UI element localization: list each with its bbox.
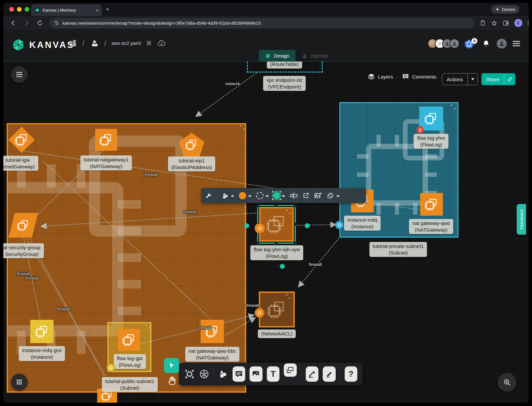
maximize-window-button[interactable] [25, 7, 29, 12]
pan-tool-button[interactable] [165, 374, 178, 387]
kanvas-logo-icon[interactable] [12, 39, 25, 51]
kubernetes-tool-icon[interactable] [199, 368, 209, 380]
apps-grid-button[interactable] [11, 374, 28, 390]
resize-handle-icon[interactable] [286, 295, 290, 299]
selection-handle[interactable] [256, 242, 259, 245]
resize-handle-icon[interactable] [146, 324, 150, 328]
selection-handle[interactable] [294, 242, 297, 245]
node-label-instance-mdq[interactable]: instance-mdq(Instance) [344, 216, 381, 231]
selection-dot[interactable] [305, 223, 310, 228]
note-tool-button[interactable] [284, 363, 297, 377]
selection-handle[interactable] [256, 204, 259, 207]
draw-tool-button[interactable] [323, 366, 336, 382]
resize-handle-icon[interactable] [240, 125, 244, 129]
comments-button[interactable]: Comments [402, 73, 437, 80]
node-nat-gateway1[interactable] [95, 129, 117, 151]
node-label-natgateway1[interactable]: tutorial-natgateway1(NATGateway) [80, 155, 132, 170]
browser-profile-avatar[interactable]: C [514, 19, 522, 27]
edge-connector-handle[interactable] [255, 308, 265, 318]
border-style-button[interactable] [256, 192, 269, 199]
shapes-tool-button[interactable] [222, 192, 234, 199]
node-label-natgateway-qwo[interactable]: nat gateway-qwo(NATGateway) [409, 219, 453, 234]
group-style-button[interactable] [326, 192, 340, 199]
node-label-igw[interactable]: tutorial-igwternetGateway) [3, 156, 38, 171]
selection-handle[interactable] [294, 223, 297, 226]
resize-handle-icon[interactable] [451, 105, 455, 109]
open-external-icon[interactable] [302, 192, 309, 199]
feedback-tab[interactable]: Feedback [517, 204, 526, 235]
site-settings-icon[interactable] [54, 20, 59, 26]
wrench-icon[interactable] [205, 192, 212, 199]
annotate-tool-button[interactable] [306, 366, 319, 382]
forward-icon[interactable] [23, 20, 30, 26]
node-nat-gateway-qwo[interactable] [420, 193, 443, 216]
tab-close-icon[interactable]: × [96, 8, 98, 13]
node-flowlog-yhm[interactable] [419, 106, 443, 130]
node-label-eip1[interactable]: tutorial-eip1(ElasticIPAddress) [168, 156, 215, 171]
actions-dropdown-button[interactable] [467, 74, 477, 85]
node-label-security-group[interactable]: al-security-groupSecurityGroup) [3, 243, 44, 258]
shortcuts-icon[interactable]: ⌘ [146, 40, 152, 47]
layers-button[interactable]: Layers [368, 73, 393, 80]
fill-color-button[interactable] [239, 192, 252, 199]
node-label-flowlog-yhm[interactable]: flow log-yhm(FlowLog) [414, 134, 448, 149]
design-file-name[interactable]: aws ec2.yaml [111, 41, 141, 46]
back-icon[interactable] [10, 20, 17, 26]
edge-connector-handle[interactable] [255, 223, 265, 234]
url-bar[interactable]: kanvas.new/extension/meshmap?mode=design… [49, 18, 474, 28]
resize-handle-icon[interactable] [286, 210, 290, 214]
node-label-flowlog-kjh[interactable]: flow log-yhm-kjh-xyw(FlowLog) [250, 245, 303, 260]
zoom-button[interactable] [498, 373, 516, 392]
bookmark-star-icon[interactable] [491, 20, 497, 26]
collaborator-avatar[interactable] [449, 39, 459, 49]
node-flowlog-gpt[interactable] [118, 329, 140, 351]
node-label-instance-gnx[interactable]: instance-mdq-gnx(Instance) [19, 346, 65, 361]
image-tool-button[interactable] [250, 366, 263, 382]
minimize-window-button[interactable] [17, 7, 22, 12]
selection-handle[interactable] [294, 204, 297, 207]
select-tool-button[interactable] [164, 358, 179, 373]
edge-connector-handle[interactable] [335, 221, 344, 229]
tab-operate[interactable]: Operate [295, 50, 334, 62]
node-label-private-subnet[interactable]: tutorial-private-subnet1(Subnet) [369, 242, 427, 257]
node-label-vpc-endpoint[interactable]: vpc endpoint-slz(VPCEndpoint) [263, 76, 306, 91]
environment-button[interactable]: 0 [464, 38, 477, 49]
actions-button[interactable]: Actions [442, 73, 478, 85]
node-label-natgateway-bbc[interactable]: nat gateway-qwo-bbc(NATGateway) [185, 347, 240, 362]
share-button[interactable]: Share [481, 73, 515, 85]
workspace-shapes-icon[interactable] [90, 39, 99, 48]
node-instance-gnx[interactable] [30, 320, 54, 343]
selection-style-button[interactable] [273, 192, 285, 199]
comment-tool-button[interactable] [233, 366, 246, 382]
edge-connector-handle[interactable] [106, 363, 115, 372]
selection-handle[interactable] [275, 242, 278, 245]
add-image-icon[interactable] [314, 192, 322, 199]
tab-design[interactable]: Design [259, 50, 295, 62]
node-label-public-subnet[interactable]: tutorial-public-subnet1(Subnet) [102, 377, 158, 392]
gemini-button[interactable]: Gemini [491, 5, 519, 14]
organization-icon[interactable] [69, 39, 77, 48]
selection-dot[interactable] [280, 264, 285, 269]
browser-tab[interactable]: Kanvas | Meshery × [31, 4, 102, 16]
node-nat-gateway-bbc[interactable] [201, 320, 224, 343]
canvas-menu-button[interactable] [11, 66, 28, 83]
cloud-sync-icon[interactable] [157, 39, 166, 48]
reload-icon[interactable] [37, 20, 43, 26]
selection-dot[interactable] [244, 223, 249, 228]
user-avatar[interactable] [496, 38, 507, 49]
node-label-routetable[interactable]: (RouteTable) [267, 62, 302, 69]
close-window-button[interactable] [9, 7, 14, 12]
help-tool-button[interactable]: ? [345, 366, 358, 382]
node-label-network-acl[interactable]: (NetworkACL) [258, 329, 296, 338]
node-label-flowlog-gpt[interactable]: flow log-gpt(FlowLog) [114, 354, 146, 369]
side-panel-icon[interactable] [503, 20, 509, 26]
components-tool-icon[interactable] [184, 368, 195, 380]
browser-menu-icon[interactable] [528, 21, 529, 26]
shapes-tool-icon[interactable] [218, 369, 228, 379]
rename-field-icon[interactable] [290, 192, 298, 199]
new-tab-button[interactable]: + [106, 6, 109, 13]
app-menu-icon[interactable] [512, 40, 521, 47]
save-icon[interactable] [480, 20, 486, 26]
selection-handle[interactable] [275, 204, 278, 207]
share-link-button[interactable] [504, 73, 515, 85]
